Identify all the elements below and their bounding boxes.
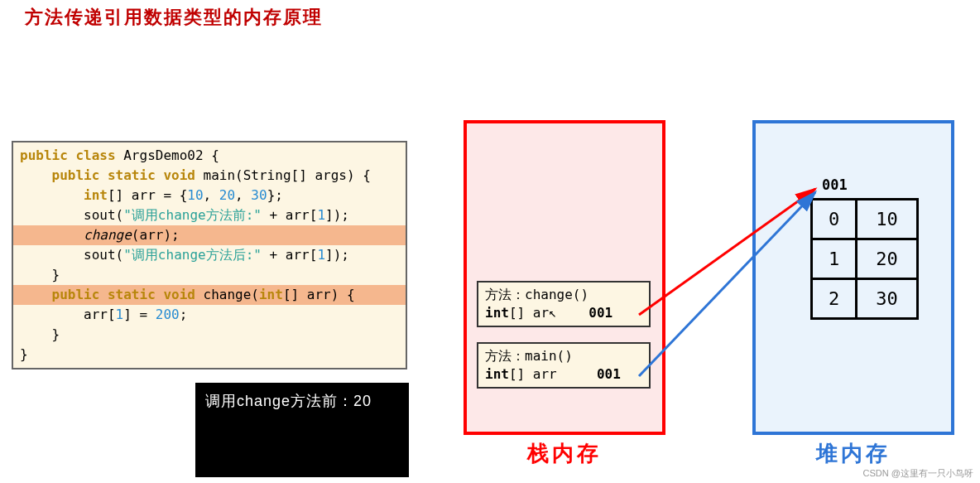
table-row: 0 10: [812, 200, 918, 239]
code-line: arr[1] = 200;: [13, 305, 406, 325]
heap-memory-label: 堆内存: [752, 439, 954, 468]
frame-method-label: 方法：change(): [485, 286, 642, 304]
frame-method-label: 方法：main(): [485, 347, 642, 365]
code-line: int[] arr = {10, 20, 30};: [13, 186, 406, 205]
cursor-icon: ↖: [549, 305, 557, 321]
frame-var: int[] arr 001: [485, 365, 642, 384]
code-line-highlighted: public static void change(int[] arr) {: [13, 285, 406, 305]
array-value: 20: [857, 239, 918, 279]
code-line: }: [13, 345, 406, 365]
array-value: 10: [857, 200, 918, 239]
stack-memory-label: 栈内存: [464, 439, 665, 468]
code-line: sout("调用change方法前:" + arr[1]);: [13, 205, 406, 225]
code-line: }: [13, 325, 406, 345]
code-block: public class ArgsDemo02 { public static …: [12, 141, 407, 369]
array-index: 0: [812, 200, 857, 239]
stack-frame-change: 方法：change() int[] ar↖ 001: [477, 281, 651, 327]
table-row: 1 20: [812, 239, 918, 279]
array-index: 2: [812, 279, 857, 319]
code-line: public class ArgsDemo02 {: [13, 146, 406, 166]
watermark: CSDN @这里有一只小鸟呀: [863, 467, 973, 480]
page-title: 方法传递引用数据类型的内存原理: [25, 5, 323, 30]
code-line: }: [13, 265, 406, 285]
heap-array-table: 0 10 1 20 2 30: [810, 198, 919, 320]
array-index: 1: [812, 239, 857, 279]
table-row: 2 30: [812, 279, 918, 319]
heap-address: 001: [822, 176, 848, 193]
code-line: public static void main(String[] args) {: [13, 166, 406, 186]
frame-var: int[] ar↖ 001: [485, 304, 642, 322]
console-output: 调用change方法前：20: [195, 383, 409, 477]
array-value: 30: [857, 279, 918, 319]
stack-memory-box: 方法：change() int[] ar↖ 001 方法：main() int[…: [464, 120, 665, 435]
stack-frame-main: 方法：main() int[] arr 001: [477, 342, 651, 389]
code-line: sout("调用change方法后:" + arr[1]);: [13, 245, 406, 265]
heap-memory-box: 001 0 10 1 20 2 30: [752, 120, 954, 435]
code-line-highlighted: change(arr);: [13, 225, 406, 245]
